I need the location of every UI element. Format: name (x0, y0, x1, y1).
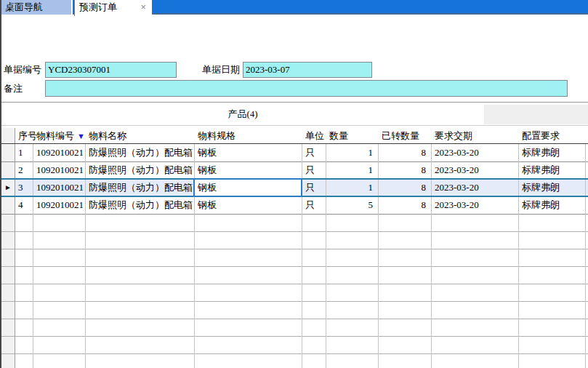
cell-material-spec[interactable]: 钢板 (194, 161, 302, 179)
cell-unit[interactable]: 只 (302, 179, 326, 196)
tab-forecast-order[interactable]: 预测订单 × (74, 0, 152, 16)
grid-line (1, 301, 588, 302)
grid-line (1, 266, 588, 267)
doc-number-field[interactable] (45, 62, 177, 78)
header-converted-qty[interactable]: 已转数量 (378, 128, 431, 143)
cell-qty[interactable]: 5 (326, 196, 378, 214)
cell-due-date[interactable]: 2023-03-20 (431, 179, 518, 196)
cell-seq[interactable]: 3 (15, 179, 33, 196)
cell-converted-qty[interactable]: 8 (378, 196, 431, 214)
tab-desktop-navigation[interactable]: 桌面导航 (1, 0, 73, 15)
grid-line (1, 231, 588, 232)
remark-field[interactable] (45, 80, 568, 97)
cell-material-spec[interactable]: 钢板 (194, 196, 302, 214)
cell-unit[interactable]: 只 (302, 196, 326, 214)
selected-row-arrow-icon: ► (4, 183, 12, 192)
grid-line (1, 214, 588, 215)
tab-product[interactable]: 产品(4) (1, 103, 484, 125)
grid-line (1, 353, 588, 354)
product-tab-label: 产品(4) (227, 108, 257, 119)
cell-material-code[interactable]: 1092010021 (33, 196, 85, 214)
table-row-selected[interactable]: 3 1092010021 防爆照明（动力）配电箱 钢板 只 1 8 2023-0… (0, 179, 588, 196)
detail-tab-strip-border (1, 125, 588, 126)
cell-material-code[interactable]: 1092010021 (33, 179, 85, 196)
table-row[interactable]: 4 1092010021 防爆照明（动力）配电箱 钢板 只 5 8 2023-0… (0, 196, 588, 214)
cell-due-date[interactable]: 2023-03-20 (431, 196, 518, 214)
cell-config-req[interactable]: 标牌弗朗 (518, 161, 588, 179)
header-material-code[interactable]: 物料编号▼ (33, 128, 85, 143)
doc-number-label: 单据编号 (4, 62, 41, 78)
cell-converted-qty[interactable]: 8 (378, 144, 431, 161)
sort-desc-icon: ▼ (77, 132, 85, 140)
cell-qty[interactable]: 1 (326, 144, 378, 161)
grid-line (1, 319, 588, 319)
tab-label: 预测订单 (79, 1, 117, 12)
cell-converted-qty[interactable]: 8 (378, 179, 431, 196)
cell-material-code[interactable]: 1092010021 (33, 144, 85, 161)
forecast-order-window: 桌面导航 预测订单 × 单据编号 单据日期 备注 产品(4) ► 序号 物料编号… (0, 0, 588, 368)
doc-date-field[interactable] (243, 62, 372, 78)
cell-seq[interactable]: 2 (15, 161, 33, 179)
cell-unit[interactable]: 只 (302, 161, 326, 179)
cell-material-spec-focused[interactable]: 钢板 (194, 179, 302, 196)
table-row[interactable]: 2 1092010021 防爆照明（动力）配电箱 钢板 只 1 8 2023-0… (0, 161, 588, 179)
cell-seq[interactable]: 1 (15, 144, 33, 161)
header-config-req[interactable]: 配置要求 (518, 128, 588, 143)
cell-unit[interactable]: 只 (302, 144, 326, 161)
grid-line (1, 249, 588, 249)
header-material-spec[interactable]: 物料规格 (194, 128, 302, 143)
tab-label: 桌面导航 (5, 1, 43, 12)
grid-line (1, 336, 588, 337)
document-tab-bar: 桌面导航 预测订单 × (1, 0, 588, 16)
cell-converted-qty[interactable]: 8 (378, 161, 431, 179)
cell-config-req[interactable]: 标牌弗朗 (518, 196, 588, 214)
grid-line (1, 284, 588, 284)
header-seq[interactable]: 序号 (15, 128, 33, 143)
header-qty[interactable]: 数量 (326, 128, 378, 143)
cell-material-name[interactable]: 防爆照明（动力）配电箱 (85, 144, 194, 161)
cell-seq[interactable]: 4 (15, 196, 33, 214)
cell-material-name[interactable]: 防爆照明（动力）配电箱 (85, 161, 194, 179)
table-row[interactable]: 1 1092010021 防爆照明（动力）配电箱 钢板 只 1 8 2023-0… (0, 144, 588, 161)
cell-config-req[interactable]: 标牌弗朗 (518, 179, 588, 196)
cell-material-name[interactable]: 防爆照明（动力）配电箱 (85, 179, 194, 196)
cell-qty[interactable]: 1 (326, 161, 378, 179)
cell-config-req[interactable]: 标牌弗朗 (518, 144, 588, 161)
header-material-name[interactable]: 物料名称 (85, 128, 194, 143)
remark-label: 备注 (4, 80, 23, 97)
grid-header-row: 序号 物料编号▼ 物料名称 物料规格 单位 数量 已转数量 要求交期 配置要求 (0, 128, 588, 143)
doc-date-label: 单据日期 (202, 62, 240, 78)
cell-due-date[interactable]: 2023-03-20 (431, 161, 518, 179)
close-tab-icon[interactable]: × (140, 1, 146, 14)
cell-material-spec[interactable]: 钢板 (194, 144, 302, 161)
header-unit[interactable]: 单位 (302, 128, 326, 143)
cell-qty[interactable]: 1 (326, 179, 378, 196)
cell-material-name[interactable]: 防爆照明（动力）配电箱 (85, 196, 194, 214)
cell-due-date[interactable]: 2023-03-20 (431, 144, 518, 161)
cell-material-code[interactable]: 1092010021 (33, 161, 85, 179)
header-due-date[interactable]: 要求交期 (431, 128, 518, 143)
detail-tab-strip-filler (484, 105, 588, 124)
